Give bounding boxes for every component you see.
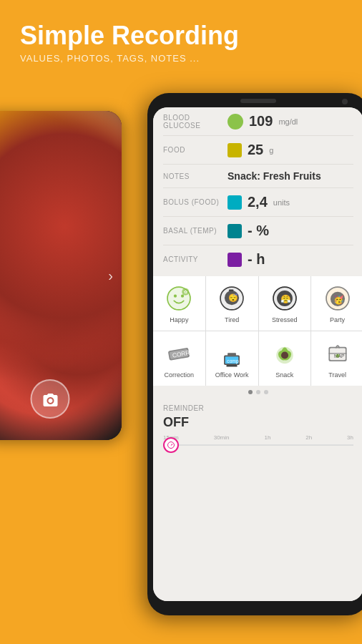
svg-rect-10 xyxy=(229,289,234,291)
tags-section: ✿ Happy 😴 Tired 😤 Stressed 🥳 Party CORR … xyxy=(153,276,362,386)
camera-icon xyxy=(41,392,59,406)
tag-item-travel[interactable]: MAP Travel xyxy=(311,331,362,386)
tag-label-office: Office Work xyxy=(215,371,249,379)
slider-tick-1: 30min xyxy=(214,434,230,441)
tag-label-stressed: Stressed xyxy=(272,316,298,323)
row-value-area-2: Snack: Fresh Fruits xyxy=(228,170,321,182)
slider-tick-4: 3h xyxy=(347,434,353,441)
svg-point-2 xyxy=(174,295,177,298)
tag-label-tired: Tired xyxy=(225,316,239,323)
svg-point-3 xyxy=(181,295,184,298)
svg-text:😴: 😴 xyxy=(228,293,238,303)
color-indicator-5 xyxy=(228,253,242,267)
left-phone: › xyxy=(0,111,122,440)
happy-icon-wrapper: ✿ xyxy=(164,283,194,313)
reminder-status: OFF xyxy=(163,415,353,430)
office-icon: comp xyxy=(217,338,247,369)
row-value-area-4: - % xyxy=(228,223,269,239)
pagination-dot-1[interactable] xyxy=(256,390,260,394)
data-section: BLOOD GLUCOSE109mg/dlFOOD25gNOTESSnack: … xyxy=(153,107,362,273)
row-unit-1: g xyxy=(269,146,273,155)
tag-label-party: Party xyxy=(330,316,345,323)
row-value-area-1: 25g xyxy=(228,142,273,158)
tag-item-party[interactable]: 🥳 Party xyxy=(311,276,362,331)
row-value-area-5: - h xyxy=(228,251,265,268)
party-icon-wrapper: 🥳 xyxy=(323,283,353,313)
row-value-5: - h xyxy=(248,251,265,268)
svg-rect-24 xyxy=(228,353,236,356)
svg-text:😤: 😤 xyxy=(280,294,291,304)
data-row-2: NOTESSnack: Fresh Fruits xyxy=(163,165,353,188)
row-value-4: - % xyxy=(248,223,269,239)
tag-label-travel: Travel xyxy=(328,371,346,379)
left-phone-screen: › xyxy=(0,111,122,440)
row-label-1: FOOD xyxy=(163,146,228,154)
slider-tick-2: 1h xyxy=(264,434,270,441)
snack-icon-wrapper xyxy=(270,338,300,369)
color-indicator-4 xyxy=(228,224,242,238)
reminder-section: REMINDER OFF 15min30min1h2h3h xyxy=(153,399,362,462)
svg-text:comp: comp xyxy=(227,358,239,364)
row-unit-0: mg/dl xyxy=(278,117,298,126)
color-indicator-0 xyxy=(228,114,243,130)
tired-icon-wrapper: 😴 xyxy=(217,283,247,313)
tag-item-snack[interactable]: Snack xyxy=(259,331,311,386)
right-phone: BLOOD GLUCOSE109mg/dlFOOD25gNOTESSnack: … xyxy=(147,93,362,615)
reminder-label: REMINDER xyxy=(163,404,353,412)
row-value-1: 25 xyxy=(248,142,263,158)
pagination-dot-0[interactable] xyxy=(248,390,253,394)
app-content: BLOOD GLUCOSE109mg/dlFOOD25gNOTESSnack: … xyxy=(153,107,362,601)
data-row-4: BASAL (TEMP)- % xyxy=(163,217,353,245)
travel-icon: MAP xyxy=(323,338,353,369)
tag-item-tired[interactable]: 😴 Tired xyxy=(206,276,258,331)
travel-icon-wrapper: MAP xyxy=(323,338,353,369)
party-icon: 🥳 xyxy=(323,283,353,313)
row-label-5: ACTIVITY xyxy=(163,255,228,263)
color-indicator-3 xyxy=(228,195,242,210)
row-label-3: BOLUS (FOOD) xyxy=(163,198,228,206)
slider-labels: 15min30min1h2h3h xyxy=(163,434,353,441)
clock-icon xyxy=(167,441,175,449)
tag-item-correction[interactable]: CORR Correction xyxy=(153,331,205,386)
row-unit-3: units xyxy=(273,198,290,207)
sub-title: VALUES, PHOTOS, TAGS, NOTES ... xyxy=(20,53,239,64)
svg-text:✿: ✿ xyxy=(184,290,187,294)
tag-item-stressed[interactable]: 😤 Stressed xyxy=(259,276,311,331)
correction-icon: CORR xyxy=(164,338,194,369)
row-value-3: 2,4 xyxy=(248,194,268,210)
tag-item-office[interactable]: comp Office Work xyxy=(206,331,258,386)
stressed-icon: 😤 xyxy=(270,283,300,313)
data-row-1: FOOD25g xyxy=(163,136,353,165)
main-title: Simple Recording xyxy=(20,21,239,50)
row-value-area-3: 2,4units xyxy=(228,194,290,210)
tired-icon: 😴 xyxy=(217,283,247,313)
snack-icon xyxy=(270,338,300,369)
happy-icon: ✿ xyxy=(164,283,194,313)
svg-rect-25 xyxy=(227,365,238,367)
slider-handle[interactable] xyxy=(163,437,179,453)
notes-text: Snack: Fresh Fruits xyxy=(228,170,321,182)
row-label-4: BASAL (TEMP) xyxy=(163,227,228,235)
tag-label-snack: Snack xyxy=(275,371,293,379)
pagination-dots xyxy=(153,386,362,399)
row-value-area-0: 109mg/dl xyxy=(228,113,298,130)
slider-track xyxy=(163,444,353,446)
data-row-0: BLOOD GLUCOSE109mg/dl xyxy=(163,107,353,136)
right-phone-notch xyxy=(240,99,276,103)
svg-point-28 xyxy=(281,351,288,358)
tag-item-happy[interactable]: ✿ Happy xyxy=(153,276,205,331)
reminder-slider[interactable]: 15min30min1h2h3h xyxy=(163,434,353,456)
pagination-dot-2[interactable] xyxy=(264,390,268,394)
phone-camera-dot xyxy=(342,99,348,104)
app-screen: BLOOD GLUCOSE109mg/dlFOOD25gNOTESSnack: … xyxy=(153,107,362,601)
svg-text:MAP: MAP xyxy=(334,353,345,358)
office-icon-wrapper: comp xyxy=(217,338,247,369)
stressed-icon-wrapper: 😤 xyxy=(270,283,300,313)
tag-label-correction: Correction xyxy=(165,371,195,379)
svg-text:🥳: 🥳 xyxy=(333,295,344,305)
tag-label-happy: Happy xyxy=(170,316,188,323)
data-row-5: ACTIVITY- h xyxy=(163,245,353,273)
correction-icon-wrapper: CORR xyxy=(164,338,194,369)
color-indicator-1 xyxy=(228,143,242,157)
camera-button[interactable] xyxy=(31,379,70,419)
